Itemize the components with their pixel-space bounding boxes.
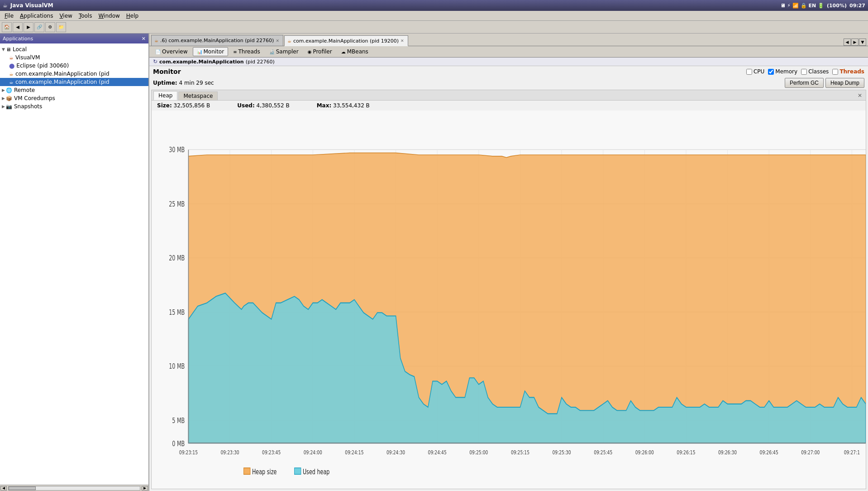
memory-checkbox[interactable] [768,69,774,75]
sub-tab-overview[interactable]: 📄 Overview [151,47,192,56]
eclipse-icon: ⬤ [9,63,14,69]
used-label: Used: [237,102,254,109]
svg-text:Heap size: Heap size [252,467,277,476]
used-value: 4,380,552 B [257,102,290,109]
clock: 09:27 [849,3,865,9]
reload-icon[interactable]: ↻ [153,58,157,65]
process-pid: (pid 22760) [246,59,275,65]
tree-item-eclipse[interactable]: ⬤ Eclipse (pid 30060) [0,62,148,70]
cpu-checkbox-label: CPU [754,68,764,75]
file-tab-2[interactable]: ☕ com.example.MainApplication (pid 19200… [284,35,408,46]
svg-text:09:23:45: 09:23:45 [262,449,281,456]
app-title: Java VisualVM [10,2,53,9]
tab1-icon: ☕ [154,38,158,43]
tree-item-snapshots[interactable]: ▶ 📷 Snapshots [0,102,148,111]
toolbar-btn-4[interactable]: 🔗 [34,22,44,32]
menu-help[interactable]: Help [124,12,141,20]
max-label: Max: [317,102,332,109]
mbeans-label: MBeans [347,48,368,55]
chart-tab-metaspace[interactable]: Metaspace [178,91,218,100]
tree-item-main1[interactable]: ☕ com.example.MainApplication (pid [0,70,148,78]
threads-icon: ≡ [233,49,237,54]
threads-checkbox-ctrl[interactable] [832,69,838,75]
sub-tab-profiler[interactable]: ◉ Profiler [304,47,336,56]
perform-gc-button[interactable]: Perform GC [785,78,824,88]
mbeans-icon: ☁ [341,49,346,54]
sampler-label: Sampler [276,48,299,55]
tree-item-local[interactable]: ▼ 🖥 Local [0,45,148,53]
stats-row: Size: 32,505,856 B Used: 4,380,552 B Max… [152,101,866,111]
tab-nav-menu[interactable]: ▼ [859,39,866,46]
tree-item-visualvm[interactable]: ☕ VisualVM [0,53,148,62]
heap-dump-button[interactable]: Heap Dump [825,78,864,88]
app-icon: ☕ [3,2,8,9]
sub-tab-mbeans[interactable]: ☁ MBeans [337,47,372,56]
tab1-close[interactable]: ✕ [276,39,279,43]
menu-file[interactable]: File [2,12,16,20]
chart-wrapper: 0 MB 5 MB 10 MB 15 MB 20 MB 25 MB 30 MB [152,111,866,489]
titlebar-left: ☕ Java VisualVM [3,2,53,9]
svg-text:09:26:15: 09:26:15 [677,449,695,456]
threads-label: Threads [238,48,260,55]
classes-checkbox[interactable] [801,69,807,75]
svg-text:15 MB: 15 MB [169,308,185,316]
tree-arrow-local: ▼ [2,47,5,52]
system-tray-icons: 🖥 ⚡ 📶 🔒 EN 🔋 [780,3,824,9]
svg-text:09:25:00: 09:25:00 [469,449,488,456]
used-stat: Used: 4,380,552 B [237,102,289,109]
menu-window[interactable]: Window [95,12,122,20]
tree-item-main2[interactable]: ☕ com.example.MainApplication (pid [0,78,148,86]
main2-icon: ☕ [9,79,14,85]
toolbar-btn-2[interactable]: ◀ [13,22,23,32]
svg-rect-51 [244,468,250,474]
left-scrollbar: ◀ ▶ [0,485,148,491]
process-bar: ↻ com.example.MainApplication (pid 22760… [149,58,868,66]
tree-label-eclipse: Eclipse (pid 30060) [16,63,69,69]
menu-applications[interactable]: Applications [17,12,56,20]
tab2-icon: ☕ [287,39,291,43]
scroll-right-btn[interactable]: ▶ [142,486,148,491]
battery-pct: (100%) [827,3,847,9]
toolbar-btn-6[interactable]: 📁 [56,22,66,32]
tab-nav-right[interactable]: ▶ [851,39,858,46]
tab-nav-left[interactable]: ◀ [844,39,851,46]
svg-text:09:23:15: 09:23:15 [179,449,198,456]
tree-item-coredumps[interactable]: ▶ 📦 VM Coredumps [0,94,148,102]
tab2-label: com.example.MainApplication (pid 19200) [293,38,399,44]
file-tabs: ☕ .6) com.example.MainApplication (pid 2… [149,34,868,46]
sub-tab-sampler[interactable]: 🔬 Sampler [265,47,303,56]
menu-tools[interactable]: Tools [76,12,95,20]
sub-tabs: 📄 Overview 📊 Monitor ≡ Threads 🔬 Sampler… [149,46,868,58]
scroll-left-btn[interactable]: ◀ [0,486,7,491]
sub-tab-threads[interactable]: ≡ Threads [229,47,264,56]
scroll-thumb[interactable] [9,486,36,490]
chart-close-btn[interactable]: ✕ [856,92,864,99]
cpu-checkbox[interactable] [746,69,752,75]
tab2-close[interactable]: ✕ [401,39,404,43]
tree-label-remote: Remote [14,87,35,93]
profiler-label: Profiler [313,48,332,55]
uptime-value: 4 min 29 sec [179,80,214,86]
tree-item-remote[interactable]: ▶ 🌐 Remote [0,86,148,94]
tree-arrow-snapshots: ▶ [2,104,5,109]
uptime-row: Uptime: 4 min 29 sec Perform GC Heap Dum… [149,77,868,90]
classes-checkbox-label: Classes [808,68,829,75]
sub-tab-monitor[interactable]: 📊 Monitor [193,47,229,56]
chart-tab-heap[interactable]: Heap [153,91,177,100]
process-name: com.example.MainApplication [159,59,244,65]
titlebar-right: 🖥 ⚡ 📶 🔒 EN 🔋 (100%) 09:27 [780,3,865,9]
monitor-header: Monitor CPU Memory Classes [149,66,868,77]
svg-text:09:23:30: 09:23:30 [220,449,239,456]
toolbar-btn-3[interactable]: ▶ [24,22,33,32]
size-label: Size: [157,102,172,109]
tree-arrow-remote: ▶ [2,88,5,92]
uptime-label: Uptime: [153,80,177,86]
menubar: File Applications View Tools Window Help [0,11,868,21]
toolbar-btn-1[interactable]: 🏠 [2,22,12,32]
file-tab-1[interactable]: ☕ .6) com.example.MainApplication (pid 2… [151,35,283,46]
chart-section: Heap Metaspace ✕ Size: 32,505,856 B Used… [151,90,866,489]
menu-view[interactable]: View [57,12,75,20]
panel-close-btn[interactable]: ✕ [142,36,146,42]
svg-text:10 MB: 10 MB [169,362,185,370]
toolbar-btn-5[interactable]: ⚙ [45,22,55,32]
